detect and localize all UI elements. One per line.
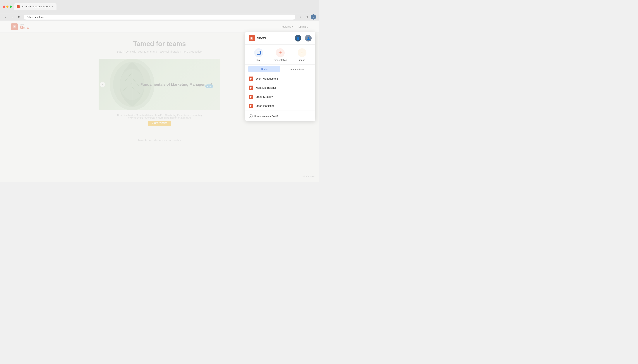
list-item-name: Work-Life Balance: [256, 86, 277, 89]
tab-title: Online Presentation Software: [21, 5, 50, 8]
presentation-action-icon: [276, 48, 285, 57]
popup-logo-icon: [249, 35, 255, 41]
svg-marker-14: [250, 78, 252, 80]
popup-list: Event Management Work-Life Balance Brand…: [245, 74, 315, 111]
presentation-action[interactable]: Presentation: [274, 48, 287, 62]
svg-marker-15: [250, 87, 252, 89]
tab-favicon: Z: [17, 5, 20, 8]
svg-marker-16: [250, 96, 252, 98]
draft-action[interactable]: Draft: [254, 48, 263, 62]
traffic-lights: [3, 6, 12, 8]
extensions-button[interactable]: ⊡: [304, 14, 309, 20]
play-circle-icon: ▶: [249, 114, 253, 118]
list-item-icon: [249, 94, 253, 99]
import-action[interactable]: Import: [298, 48, 306, 62]
list-item-brand-strategy[interactable]: Brand Strategy: [245, 92, 315, 102]
list-item-work-life-balance[interactable]: Work-Life Balance: [245, 83, 315, 92]
footer-link[interactable]: How to create a Draft?: [254, 115, 278, 118]
list-item-smart-marketing[interactable]: Smart Marketing: [245, 102, 315, 110]
tab-drafts[interactable]: Drafts: [248, 66, 280, 72]
address-bar-row: ‹ › ↻ Zoho.com/show/ ☆ ⊡ U: [0, 13, 319, 21]
popup-tabs: Drafts Presentations: [248, 66, 312, 72]
reload-button[interactable]: ↻: [16, 14, 22, 20]
minimize-light[interactable]: [6, 6, 9, 8]
website-content: Zoho Show Features ▾ Templa... Tamed for…: [0, 21, 319, 182]
list-item-event-management[interactable]: Event Management: [245, 74, 315, 83]
back-button[interactable]: ‹: [3, 14, 8, 20]
list-item-icon: [249, 86, 253, 90]
close-light[interactable]: [3, 6, 5, 8]
presentation-action-label: Presentation: [274, 59, 287, 62]
maximize-light[interactable]: [10, 6, 12, 8]
list-item-name: Brand Strategy: [256, 95, 273, 98]
popup-avatar2[interactable]: 👤: [305, 35, 312, 42]
draft-action-icon: [254, 48, 263, 57]
import-action-label: Import: [299, 59, 305, 62]
list-item-name: Event Management: [256, 77, 278, 80]
list-item-icon: [249, 76, 253, 81]
svg-marker-17: [250, 105, 252, 107]
import-action-icon: [298, 48, 306, 57]
draft-action-label: Draft: [256, 59, 261, 62]
browser-tab[interactable]: Z Online Presentation Software ✕: [14, 3, 57, 10]
popup-actions: Draft Presentation Impor: [245, 44, 315, 64]
list-item-name: Smart Marketing: [256, 104, 275, 107]
popup-avatar[interactable]: 👤: [295, 35, 301, 42]
bookmark-button[interactable]: ☆: [298, 14, 303, 20]
browser-nav: ‹ › ↻: [3, 14, 22, 20]
url-text: Zoho.com/show/: [27, 16, 44, 18]
address-bar[interactable]: Zoho.com/show/: [24, 14, 295, 20]
forward-button[interactable]: ›: [10, 14, 15, 20]
browser-actions: ☆ ⊡ U: [298, 14, 316, 20]
list-item-icon: [249, 104, 253, 108]
profile-avatar-chrome[interactable]: U: [311, 14, 316, 20]
popup-title: Show: [257, 36, 266, 40]
tab-area: Z Online Presentation Software ✕: [14, 3, 316, 10]
popup-header: Show 👤 👤: [245, 32, 315, 44]
browser-chrome: Z Online Presentation Software ✕: [0, 0, 319, 13]
popup-footer: ▶ How to create a Draft?: [245, 111, 315, 121]
popup-panel: Show 👤 👤 Draft: [245, 32, 315, 121]
tab-presentations[interactable]: Presentations: [280, 66, 312, 72]
tab-close-button[interactable]: ✕: [51, 5, 54, 8]
